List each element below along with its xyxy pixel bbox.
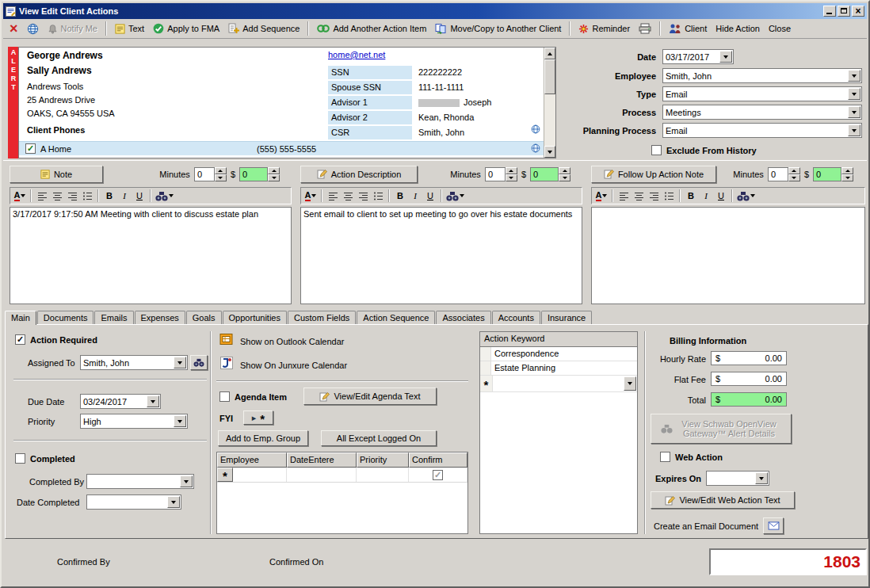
- completed[interactable]: Completed: [15, 453, 75, 464]
- spin-down-button[interactable]: [215, 174, 227, 181]
- add-to-emp-group-button[interactable]: Add to Emp. Group: [218, 430, 308, 446]
- minutes-spinner[interactable]: 0: [194, 167, 227, 181]
- agenda-item-checkbox[interactable]: [219, 391, 230, 402]
- grid-cell[interactable]: [233, 468, 287, 482]
- tab-custom-fields[interactable]: Custom Fields: [288, 311, 356, 324]
- view-edit-agenda-button[interactable]: View/Edit Agenda Text: [303, 388, 437, 405]
- add-sequence-button[interactable]: Add Sequence: [224, 20, 303, 37]
- hide-action-button[interactable]: Hide Action: [712, 20, 764, 37]
- align-right-button[interactable]: [357, 189, 369, 203]
- exclude-from-history[interactable]: Exclude From History: [651, 145, 757, 155]
- spin-down-button[interactable]: [841, 174, 853, 181]
- action-required[interactable]: Action Required: [15, 334, 97, 345]
- bullet-list-button[interactable]: [81, 189, 93, 203]
- keyword-row[interactable]: Correspondence: [480, 347, 637, 361]
- dropdown-arrow-icon[interactable]: [147, 395, 159, 407]
- find-button[interactable]: [446, 189, 464, 203]
- globe-icon-small[interactable]: [531, 143, 540, 153]
- amount-spinner[interactable]: 0: [239, 167, 280, 181]
- dropdown-arrow-icon[interactable]: [180, 475, 193, 487]
- web-action-checkbox[interactable]: [660, 452, 670, 462]
- spin-up-button[interactable]: [788, 167, 800, 174]
- spin-up-button[interactable]: [506, 167, 517, 174]
- flat-fee-field[interactable]: $ 0.00: [711, 372, 787, 386]
- note-editor[interactable]: 3/17/2017 9:17:50 AM Meeting with client…: [10, 207, 292, 304]
- grid-header-priority[interactable]: Priority: [357, 452, 409, 468]
- underline-button[interactable]: U: [424, 189, 437, 203]
- grid-new-row[interactable]: [217, 468, 467, 483]
- text-button[interactable]: Text: [111, 20, 148, 37]
- font-color-button[interactable]: A: [304, 189, 317, 203]
- align-left-button[interactable]: [326, 189, 339, 203]
- agenda-item[interactable]: Agenda Item: [219, 391, 287, 402]
- completed-checkbox[interactable]: [15, 453, 25, 464]
- action-description-button[interactable]: Action Description: [300, 166, 418, 183]
- find-button[interactable]: [737, 189, 755, 203]
- spin-down-button[interactable]: [506, 174, 517, 181]
- date-combobox[interactable]: 03/17/2017: [662, 49, 734, 64]
- add-another-action-item-button[interactable]: Add Another Action Item: [313, 20, 430, 37]
- spin-up-button[interactable]: [268, 167, 280, 174]
- globe-icon-small[interactable]: [531, 124, 540, 134]
- align-left-button[interactable]: [36, 189, 48, 203]
- underline-button[interactable]: U: [715, 189, 727, 203]
- tab-opportunities[interactable]: Opportunities: [223, 311, 287, 324]
- scroll-thumb[interactable]: [544, 59, 555, 94]
- find-button[interactable]: [155, 189, 174, 203]
- reminder-button[interactable]: Reminder: [574, 20, 634, 37]
- delete-action-button[interactable]: [6, 20, 22, 37]
- align-left-button[interactable]: [617, 189, 630, 203]
- spin-up-button[interactable]: [841, 167, 853, 174]
- completed-by-combobox[interactable]: [86, 474, 194, 489]
- confirm-checkbox[interactable]: [433, 470, 443, 480]
- align-center-button[interactable]: [632, 189, 645, 203]
- follow-up-action-note-button[interactable]: Follow Up Action Note: [591, 166, 716, 183]
- keyword-new-row[interactable]: [480, 376, 637, 392]
- print-button[interactable]: [635, 20, 655, 37]
- maximize-button[interactable]: [838, 6, 850, 17]
- employee-confirm-grid[interactable]: Employee DateEntere Priority Confirm: [216, 452, 468, 534]
- tab-associates[interactable]: Associates: [436, 311, 490, 324]
- grid-header-employee[interactable]: Employee: [217, 452, 287, 468]
- bold-button[interactable]: B: [685, 189, 697, 203]
- grid-header-confirm[interactable]: Confirm: [409, 452, 467, 468]
- spin-up-button[interactable]: [559, 167, 570, 174]
- tab-emails[interactable]: Emails: [94, 311, 133, 324]
- apply-to-fma-button[interactable]: Apply to FMA: [149, 20, 223, 37]
- dropdown-arrow-icon[interactable]: [755, 472, 768, 484]
- follow-up-editor[interactable]: [591, 207, 865, 304]
- tab-main[interactable]: Main: [5, 311, 36, 325]
- amount-spinner[interactable]: 0: [530, 167, 570, 181]
- dropdown-arrow-icon[interactable]: [719, 51, 732, 63]
- align-center-button[interactable]: [342, 189, 354, 203]
- move-copy-button[interactable]: Move/Copy to Another Client: [431, 20, 565, 37]
- schwab-alert-details-button[interactable]: View Schwab OpenView Gateway™ Alert Deta…: [651, 414, 792, 444]
- find-employee-button[interactable]: [190, 355, 208, 370]
- dropdown-arrow-icon[interactable]: [174, 357, 186, 368]
- type-combobox[interactable]: Email: [662, 86, 862, 101]
- font-color-button[interactable]: A: [13, 189, 26, 203]
- font-color-button[interactable]: A: [595, 189, 608, 203]
- notify-me-button[interactable]: Notify Me: [44, 20, 101, 37]
- phone-checkbox[interactable]: [25, 143, 36, 154]
- tab-documents[interactable]: Documents: [37, 311, 94, 324]
- client-panel-scrollbar[interactable]: [544, 48, 555, 158]
- dropdown-arrow-icon[interactable]: [848, 70, 860, 82]
- scroll-down-button[interactable]: [544, 146, 555, 158]
- create-email-document-button[interactable]: [763, 517, 784, 534]
- close-button[interactable]: Close: [765, 20, 795, 37]
- minutes-spinner[interactable]: 0: [485, 167, 517, 181]
- bold-button[interactable]: B: [103, 189, 116, 203]
- align-center-button[interactable]: [51, 189, 63, 203]
- keyword-row[interactable]: Estate Planning: [480, 361, 637, 376]
- grid-cell-confirm[interactable]: [409, 468, 467, 482]
- amount-spinner[interactable]: 0: [813, 167, 853, 181]
- underline-button[interactable]: U: [133, 189, 146, 203]
- close-window-button[interactable]: [852, 6, 864, 17]
- due-date-combobox[interactable]: 03/24/2017: [80, 394, 161, 409]
- spin-down-button[interactable]: [788, 174, 800, 181]
- spin-down-button[interactable]: [268, 174, 280, 181]
- client-email-link[interactable]: home@net.net: [328, 50, 385, 59]
- italic-button[interactable]: I: [409, 189, 422, 203]
- bullet-list-button[interactable]: [372, 189, 384, 203]
